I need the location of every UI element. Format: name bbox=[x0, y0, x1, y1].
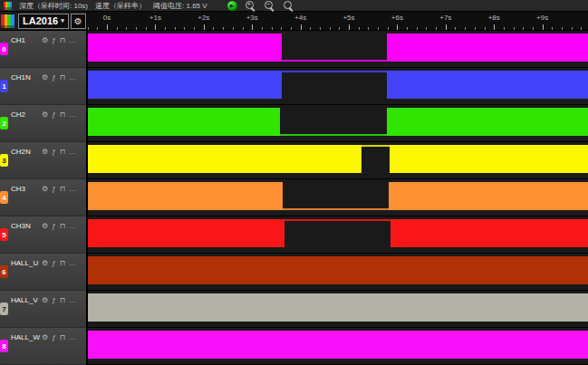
channel-number-badge: 6 bbox=[0, 265, 8, 278]
more-options-icon[interactable]: … bbox=[69, 73, 76, 82]
start-capture-button[interactable]: ▶ bbox=[227, 1, 237, 11]
waveform-row-ch2[interactable] bbox=[88, 105, 588, 142]
trigger-edge-icon[interactable]: ⊓ bbox=[60, 222, 65, 230]
ruler-tick bbox=[126, 27, 127, 30]
waveform-row-hall_u[interactable] bbox=[88, 254, 588, 291]
zoom-fit-icon[interactable] bbox=[283, 0, 294, 12]
channel-row-ch2n[interactable]: 3CH2N⚙ƒ⊓… bbox=[0, 142, 86, 179]
ruler-tick bbox=[436, 27, 437, 30]
more-options-icon[interactable]: … bbox=[69, 296, 76, 304]
channel-settings-icon[interactable]: ⚙ bbox=[42, 36, 48, 44]
measure-icon[interactable]: ƒ bbox=[52, 222, 55, 230]
trigger-edge-icon[interactable]: ⊓ bbox=[60, 259, 65, 267]
measure-icon[interactable]: ƒ bbox=[52, 259, 55, 267]
trigger-edge-icon[interactable]: ⊓ bbox=[60, 296, 65, 304]
channel-row-ch3n[interactable]: 5CH3N⚙ƒ⊓… bbox=[0, 216, 86, 254]
channel-row-ch2[interactable]: 2CH2⚙ƒ⊓… bbox=[0, 105, 86, 142]
measure-icon[interactable]: ƒ bbox=[52, 110, 55, 119]
ruler-tick bbox=[184, 27, 185, 30]
channel-icons: ⚙ƒ⊓… bbox=[42, 259, 76, 267]
more-options-icon[interactable]: … bbox=[69, 110, 76, 119]
waveform-row-hall_v[interactable] bbox=[88, 291, 588, 328]
measure-icon[interactable]: ƒ bbox=[52, 296, 55, 304]
channel-name: CH1 bbox=[11, 36, 42, 44]
ruler-tick bbox=[349, 24, 350, 30]
ruler-tick bbox=[426, 27, 427, 30]
trigger-edge-icon[interactable]: ⊓ bbox=[60, 148, 65, 156]
channel-row-ch1[interactable]: 0CH1⚙ƒ⊓… bbox=[0, 31, 86, 68]
minus-sign: − bbox=[265, 1, 270, 7]
channel-settings-icon[interactable]: ⚙ bbox=[42, 296, 48, 304]
ruler-tick bbox=[397, 24, 398, 30]
device-selector[interactable]: LA2016 ▾ bbox=[18, 14, 69, 29]
measure-icon[interactable]: ƒ bbox=[52, 185, 55, 193]
ruler-tick bbox=[562, 27, 563, 30]
device-settings-button[interactable]: ⚙ bbox=[71, 14, 86, 29]
measure-icon[interactable]: ƒ bbox=[52, 73, 55, 82]
waveform-area[interactable] bbox=[86, 31, 588, 365]
signal-burst bbox=[88, 219, 284, 247]
channel-row-ch3[interactable]: 4CH3⚙ƒ⊓… bbox=[0, 179, 86, 216]
channel-settings-icon[interactable]: ⚙ bbox=[42, 333, 48, 341]
chevron-down-icon: ▾ bbox=[61, 17, 64, 24]
channel-number-badge: 2 bbox=[0, 117, 8, 130]
channel-row-hall_u[interactable]: 6HALL_U⚙ƒ⊓… bbox=[0, 254, 86, 291]
more-options-icon[interactable]: … bbox=[69, 148, 76, 156]
channel-name: HALL_V bbox=[11, 296, 42, 304]
channel-settings-icon[interactable]: ⚙ bbox=[42, 73, 48, 82]
timeline-ruler[interactable]: 0s+1s+2s+3s+4s+5s+6s+7s+8s+9s bbox=[86, 12, 588, 30]
channel-settings-icon[interactable]: ⚙ bbox=[42, 222, 48, 230]
more-options-icon[interactable]: … bbox=[69, 333, 76, 341]
device-name: LA2016 bbox=[23, 15, 58, 26]
trigger-edge-icon[interactable]: ⊓ bbox=[60, 73, 65, 82]
waveform-row-ch3n[interactable] bbox=[88, 216, 588, 254]
device-controls: LA2016 ▾ ⚙ bbox=[0, 14, 86, 29]
zoom-in-icon[interactable]: + bbox=[245, 0, 256, 12]
channel-icons: ⚙ƒ⊓… bbox=[42, 36, 76, 44]
signal-burst bbox=[88, 182, 283, 210]
ruler-tick bbox=[533, 27, 534, 30]
channel-row-hall_w[interactable]: 8HALL_W⚙ƒ⊓… bbox=[0, 328, 86, 365]
waveform-row-hall_w[interactable] bbox=[88, 328, 588, 365]
channel-icons: ⚙ƒ⊓… bbox=[42, 73, 76, 82]
channel-settings-icon[interactable]: ⚙ bbox=[42, 185, 48, 193]
ruler-tick bbox=[407, 27, 408, 30]
depth-label: 深度（采样时间: 10s) bbox=[19, 1, 88, 11]
channel-name: HALL_W bbox=[11, 333, 42, 341]
ruler-tick bbox=[504, 27, 505, 30]
channel-name: CH1N bbox=[11, 73, 42, 82]
waveform-row-ch2n[interactable] bbox=[88, 142, 588, 179]
measure-icon[interactable]: ƒ bbox=[52, 36, 55, 44]
waveform-row-ch3[interactable] bbox=[88, 179, 588, 216]
signal-burst bbox=[390, 145, 588, 173]
measure-icon[interactable]: ƒ bbox=[52, 333, 55, 341]
signal-burst bbox=[88, 293, 588, 322]
ruler-tick bbox=[514, 27, 515, 30]
play-icon: ▶ bbox=[230, 3, 235, 8]
more-options-icon[interactable]: … bbox=[69, 185, 76, 193]
more-options-icon[interactable]: … bbox=[69, 259, 76, 267]
zoom-out-icon[interactable]: − bbox=[264, 0, 275, 12]
more-options-icon[interactable]: … bbox=[69, 36, 76, 44]
top-toolbar: 深度（采样时间: 10s) 速度（采样率） 阈值电压: 1.65 V ▶ + − bbox=[0, 0, 588, 12]
waveform-row-ch1[interactable] bbox=[88, 31, 588, 68]
ruler-tick bbox=[155, 24, 156, 30]
trigger-edge-icon[interactable]: ⊓ bbox=[60, 110, 65, 119]
trigger-edge-icon[interactable]: ⊓ bbox=[60, 185, 65, 193]
channel-row-hall_v[interactable]: 7HALL_V⚙ƒ⊓… bbox=[0, 291, 86, 328]
channel-settings-icon[interactable]: ⚙ bbox=[42, 148, 48, 156]
trigger-edge-icon[interactable]: ⊓ bbox=[60, 333, 65, 341]
more-options-icon[interactable]: … bbox=[69, 222, 76, 230]
ruler-tick bbox=[320, 27, 321, 30]
channel-settings-icon[interactable]: ⚙ bbox=[42, 110, 48, 119]
channel-settings-icon[interactable]: ⚙ bbox=[42, 259, 48, 267]
ruler-tick bbox=[378, 27, 379, 30]
trigger-edge-icon[interactable]: ⊓ bbox=[60, 36, 65, 44]
waveform-row-ch1n[interactable] bbox=[88, 68, 588, 105]
ruler-label: +5s bbox=[342, 14, 354, 22]
ruler-tick bbox=[233, 27, 234, 30]
measure-icon[interactable]: ƒ bbox=[52, 148, 55, 156]
channel-icons: ⚙ƒ⊓… bbox=[42, 110, 76, 119]
ruler-tick bbox=[252, 24, 253, 30]
channel-row-ch1n[interactable]: 1CH1N⚙ƒ⊓… bbox=[0, 68, 86, 105]
